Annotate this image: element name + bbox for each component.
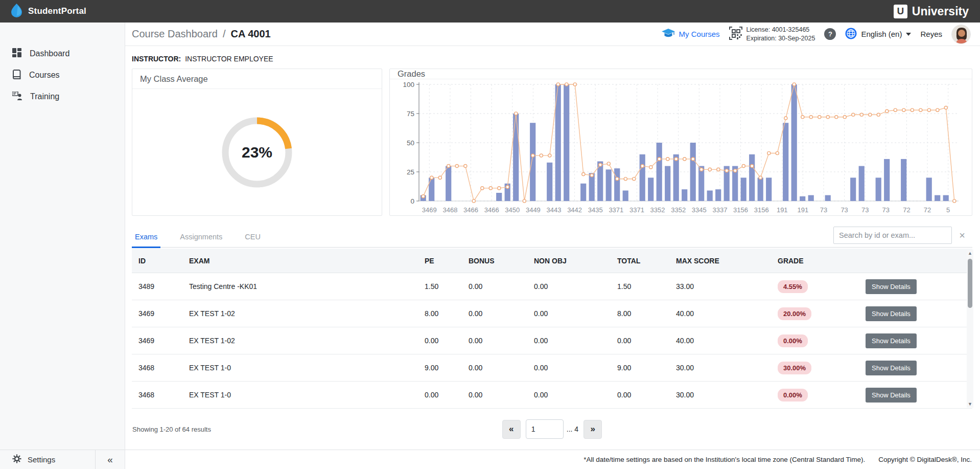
table-row: 3469EX TEST 1-028.000.000.008.0040.0020.… (132, 300, 972, 327)
cell-total: 8.00 (611, 309, 669, 318)
sidebar-item-settings[interactable]: Settings (0, 450, 96, 469)
scroll-up-icon[interactable]: ▲ (967, 250, 973, 257)
sidebar-item-label: Training (30, 92, 59, 101)
sidebar-item-label: Courses (29, 71, 60, 80)
svg-text:73: 73 (882, 206, 889, 214)
cell-exam: EX TEST 1-0 (182, 391, 418, 399)
show-details-button[interactable]: Show Details (866, 333, 917, 348)
search-input[interactable] (833, 227, 952, 244)
gear-icon (12, 454, 21, 465)
page-number-input[interactable] (526, 419, 564, 439)
cell-pe: 9.00 (418, 364, 462, 372)
cell-pe: 0.00 (418, 391, 462, 399)
table-body: 3489Testing Centre -KK011.500.000.001.50… (132, 273, 972, 409)
tab-exams[interactable]: Exams (132, 233, 160, 247)
cell-id: 3469 (132, 337, 182, 345)
sidebar-collapse-button[interactable]: « (96, 450, 125, 469)
cell-id: 3468 (132, 391, 182, 399)
svg-text:3466: 3466 (463, 206, 478, 214)
show-details-button[interactable]: Show Details (866, 388, 917, 403)
class-average-title: My Class Average (132, 69, 382, 89)
graduation-cap-icon (662, 29, 675, 40)
svg-text:3337: 3337 (712, 206, 727, 214)
license-number: License: 4001-325465 (746, 26, 815, 34)
university-name: University (912, 5, 969, 18)
cell-max_score: 33.00 (669, 282, 771, 291)
svg-text:3156: 3156 (754, 206, 768, 214)
svg-text:3443: 3443 (546, 206, 561, 214)
cell-max_score: 30.00 (669, 391, 771, 399)
sidebar-item-courses[interactable]: Courses (0, 64, 125, 86)
search-zone: × (833, 227, 972, 244)
instructor-label: INSTRUCTOR: (132, 55, 181, 63)
my-courses-label: My Courses (679, 30, 720, 38)
show-details-button[interactable]: Show Details (866, 279, 917, 294)
app-window: StudentPortal U University Dashboard Cou… (0, 0, 980, 469)
language-selector[interactable]: English (en) (845, 28, 911, 41)
column-header-bonus: BONUS (462, 257, 527, 265)
cell-non_obj: 0.00 (527, 391, 611, 399)
cell-non_obj: 0.00 (527, 309, 611, 318)
svg-text:75: 75 (406, 110, 414, 118)
user-name[interactable]: Reyes (920, 30, 942, 38)
breadcrumb-current: CA 4001 (230, 28, 270, 40)
svg-text:50: 50 (406, 139, 414, 147)
svg-text:3371: 3371 (609, 206, 623, 214)
scroll-down-icon[interactable]: ▼ (967, 400, 973, 408)
breadcrumb-parent-link[interactable]: Course Dashboard (132, 28, 218, 40)
brand-title: StudentPortal (28, 6, 86, 16)
svg-text:3371: 3371 (629, 206, 644, 214)
svg-text:72: 72 (903, 206, 910, 214)
svg-text:191: 191 (776, 206, 787, 214)
my-courses-link[interactable]: My Courses (662, 29, 720, 40)
instructor-line: INSTRUCTOR: INSTRUCTOR EMPLOYEE (132, 53, 972, 64)
breadcrumb-separator: / (223, 28, 226, 40)
cell-id: 3469 (132, 309, 182, 318)
table-row: 3468EX TEST 1-00.000.000.000.0030.000.00… (132, 382, 972, 409)
svg-text:73: 73 (820, 206, 827, 214)
scrollbar-thumb[interactable] (968, 259, 972, 308)
table-row: 3489Testing Centre -KK011.500.000.001.50… (132, 273, 972, 300)
svg-text:191: 191 (797, 206, 808, 214)
brand-logo[interactable]: StudentPortal (11, 4, 86, 19)
next-page-button[interactable]: » (584, 420, 602, 439)
grade-badge: 4.55% (778, 280, 808, 293)
cell-bonus: 0.00 (462, 364, 527, 372)
sidebar-nav: Dashboard Courses Training (0, 23, 125, 107)
class-average-value: 23% (208, 104, 306, 201)
tab-ceu[interactable]: CEU (242, 233, 264, 247)
book-icon (12, 70, 21, 81)
svg-text:3352: 3352 (650, 206, 665, 214)
grade-badge: 30.00% (778, 362, 811, 374)
qr-code-icon (729, 27, 742, 42)
class-average-donut: 23% (208, 104, 306, 201)
cell-non_obj: 0.00 (527, 337, 611, 345)
svg-text:3352: 3352 (671, 206, 686, 214)
grade-badge: 0.00% (778, 334, 808, 347)
cell-bonus: 0.00 (462, 309, 527, 318)
help-icon[interactable]: ? (824, 28, 836, 40)
avatar[interactable] (951, 25, 971, 44)
clear-search-button[interactable]: × (952, 227, 972, 244)
cell-non_obj: 0.00 (527, 364, 611, 372)
cell-bonus: 0.00 (462, 391, 527, 399)
grade-badge: 20.00% (778, 307, 811, 320)
cell-pe: 8.00 (418, 309, 462, 318)
tab-assignments[interactable]: Assignments (177, 233, 225, 247)
svg-text:3468: 3468 (442, 206, 457, 214)
svg-text:3345: 3345 (691, 206, 706, 214)
show-details-button[interactable]: Show Details (866, 361, 917, 375)
cell-pe: 0.00 (418, 337, 462, 345)
pagination: Showing 1-20 of 64 results « ... 4 » (132, 419, 972, 439)
table-scrollbar: ▲ ▼ (967, 250, 973, 408)
svg-text:73: 73 (841, 206, 848, 214)
main-area: Course Dashboard / CA 4001 My Courses Li… (125, 23, 980, 450)
show-details-button[interactable]: Show Details (866, 306, 917, 321)
cell-id: 3468 (132, 364, 182, 372)
sidebar-item-dashboard[interactable]: Dashboard (0, 43, 125, 64)
cell-exam: EX TEST 1-0 (182, 364, 418, 372)
cell-max_score: 40.00 (669, 337, 771, 345)
svg-text:73: 73 (861, 206, 868, 214)
sidebar-item-training[interactable]: Training (0, 86, 125, 107)
previous-page-button[interactable]: « (502, 420, 521, 439)
